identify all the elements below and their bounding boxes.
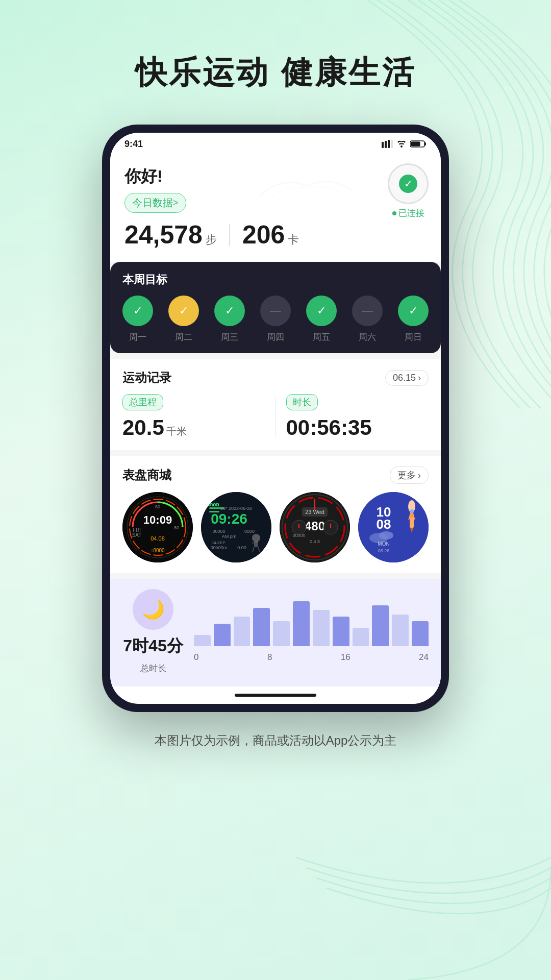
activity-title: 运动记录 xyxy=(122,370,171,386)
watch-faces-header: 表盘商城 更多 › xyxy=(122,467,429,484)
watch-faces-section: 表盘商城 更多 › xyxy=(110,456,441,573)
chart-label-8: 8 xyxy=(267,652,272,663)
svg-text:0 4 8: 0 4 8 xyxy=(310,539,320,544)
phone-mockup: 9:41 你好! 今日数据 xyxy=(102,125,449,712)
svg-point-4 xyxy=(400,145,403,148)
svg-text:↑8000: ↑8000 xyxy=(151,548,165,553)
duration-metric: 时长 00:56:35 xyxy=(286,394,429,440)
svg-rect-56 xyxy=(410,518,414,528)
activity-date-badge[interactable]: 06.15 › xyxy=(385,370,429,386)
svg-text:06.26: 06.26 xyxy=(378,548,390,553)
phone-bottom xyxy=(110,687,441,704)
bird-decoration xyxy=(255,170,357,218)
sleep-total-label: 总时长 xyxy=(140,663,166,674)
duration-value: 00:56:35 xyxy=(286,415,372,439)
distance-value-row: 20.5 千米 xyxy=(122,415,265,440)
days-circles-row: ✓ ✓ ✓ — ✓ — ✓ xyxy=(122,296,429,326)
page-title: 快乐运动 健康生活 xyxy=(0,0,551,125)
svg-text:23* 2022-06-26: 23* 2022-06-26 xyxy=(220,506,252,511)
distance-metric: 总里程 20.5 千米 xyxy=(122,394,265,440)
connected-dot xyxy=(392,211,396,215)
chevron-right-icon: › xyxy=(418,373,421,383)
sleep-section: 🌙 7时45分 总时长 xyxy=(110,579,441,687)
day-circle-sun: ✓ xyxy=(398,296,429,326)
svg-point-50 xyxy=(379,531,393,540)
svg-rect-6 xyxy=(424,142,426,145)
svg-text:MON: MON xyxy=(378,541,389,547)
svg-rect-2 xyxy=(388,140,390,148)
bar-1 xyxy=(194,635,211,646)
chart-label-0: 0 xyxy=(194,652,198,663)
bar-11 xyxy=(392,615,409,646)
bar-9 xyxy=(353,628,369,646)
chevron-right-icon2: › xyxy=(418,470,421,481)
day-circle-wed: ✓ xyxy=(214,296,245,326)
bar-6 xyxy=(293,601,310,646)
watch-icon-container: ✓ 已连接 xyxy=(388,163,429,219)
watch-faces-row: 10:09 FRI SAT 04.08 60 80 ↑8000 xyxy=(122,492,429,562)
svg-text:80: 80 xyxy=(174,525,179,530)
svg-rect-0 xyxy=(382,142,384,148)
svg-text:mon: mon xyxy=(208,502,219,507)
svg-text:60: 60 xyxy=(155,504,160,509)
sleep-left: 🌙 7时45分 总时长 xyxy=(122,589,184,674)
header-section: 你好! 今日数据 ✓ 已连接 24,578 步 xyxy=(110,155,441,262)
chart-label-24: 24 xyxy=(419,652,429,663)
day-label-wed: 周三 xyxy=(214,331,245,343)
chart-label-16: 16 xyxy=(341,652,350,663)
day-label-tue: 周二 xyxy=(168,331,199,343)
day-label-sat: 周六 xyxy=(352,331,383,343)
sleep-content: 🌙 7时45分 总时长 xyxy=(122,589,429,674)
today-data-button[interactable]: 今日数据 xyxy=(124,193,186,213)
bar-5 xyxy=(273,621,290,646)
watch-store-more-button[interactable]: 更多 › xyxy=(390,467,429,484)
svg-point-48 xyxy=(358,492,429,562)
svg-point-57 xyxy=(410,509,414,513)
watch-face-2[interactable]: mon 23* 2022-06-26 09:26 00000 0000 AM p… xyxy=(201,492,271,562)
watch-face-3[interactable]: 23 Wed 480 00000 0 4 8 xyxy=(280,492,350,562)
steps-value: 24,578 xyxy=(124,220,203,250)
chart-bars xyxy=(194,601,429,646)
svg-text:00h00m: 00h00m xyxy=(211,545,228,550)
activity-section-header: 运动记录 06.15 › xyxy=(122,370,429,386)
day-label-thu: 周四 xyxy=(260,331,291,343)
watch-store-title: 表盘商城 xyxy=(122,467,171,483)
bar-7 xyxy=(313,610,330,646)
day-circle-fri: ✓ xyxy=(306,296,337,326)
svg-point-30 xyxy=(252,534,260,542)
watch-circle: ✓ xyxy=(388,163,429,204)
svg-text:AM pm: AM pm xyxy=(222,534,237,539)
svg-text:10:09: 10:09 xyxy=(143,513,172,526)
distance-label: 总里程 xyxy=(122,394,163,410)
svg-text:SAT: SAT xyxy=(132,532,142,538)
day-circle-mon: ✓ xyxy=(122,296,153,326)
stats-divider xyxy=(229,224,230,246)
metric-divider xyxy=(276,397,276,437)
svg-rect-1 xyxy=(385,141,387,148)
distance-unit: 千米 xyxy=(166,426,187,437)
bar-12 xyxy=(412,621,429,646)
days-labels-row: 周一 周二 周三 周四 周五 周六 周日 xyxy=(122,331,429,343)
svg-text:08: 08 xyxy=(377,517,391,532)
day-label-mon: 周一 xyxy=(122,331,153,343)
svg-text:SLEEP: SLEEP xyxy=(212,541,226,545)
svg-text:480: 480 xyxy=(305,519,325,533)
moon-icon: 🌙 xyxy=(142,599,165,620)
day-label-sun: 周日 xyxy=(398,331,429,343)
sleep-icon-circle: 🌙 xyxy=(133,589,173,630)
watch-face-4[interactable]: 10 08 MON 06.26 xyxy=(358,492,429,562)
chart-labels: 0 8 16 24 xyxy=(194,650,429,663)
svg-text:0.00: 0.00 xyxy=(237,545,246,550)
calories-unit: 卡 xyxy=(288,232,299,248)
footer-text: 本图片仅为示例，商品或活动以App公示为主 xyxy=(0,712,551,779)
bar-10 xyxy=(372,605,389,646)
watch-check: ✓ xyxy=(399,175,417,193)
phone-screen: 9:41 你好! 今日数据 xyxy=(110,133,441,704)
watch-face-1[interactable]: 10:09 FRI SAT 04.08 60 80 ↑8000 xyxy=(122,492,193,562)
weekly-goals-section: 本周目标 ✓ ✓ ✓ — ✓ — ✓ 周一 周二 周三 周四 周五 周六 xyxy=(110,262,441,353)
bar-4 xyxy=(253,608,270,646)
bar-2 xyxy=(214,624,231,646)
duration-value-row: 00:56:35 xyxy=(286,415,429,440)
svg-text:0000: 0000 xyxy=(244,529,255,534)
activity-section: 运动记录 06.15 › 总里程 20.5 千米 xyxy=(110,359,441,450)
